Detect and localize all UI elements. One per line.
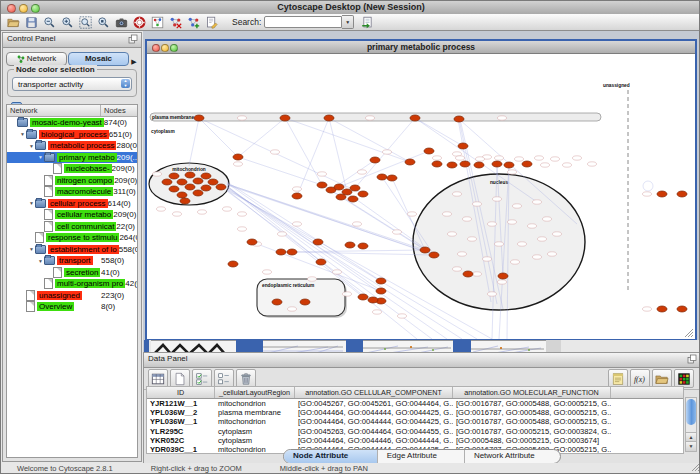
graph-node[interactable] bbox=[316, 259, 326, 265]
network-view-window[interactable]: primary metabolic process plasma membran… bbox=[145, 39, 697, 340]
table-column-header[interactable]: _cellularLayoutRegion bbox=[215, 387, 295, 398]
graph-node[interactable] bbox=[376, 278, 386, 284]
tree-row-secretion[interactable]: secretion41(0) bbox=[7, 267, 137, 279]
graph-edge[interactable] bbox=[227, 182, 381, 281]
tab-network-attribute-browser[interactable]: Network Attribute Browser bbox=[465, 450, 560, 463]
graph-node[interactable] bbox=[287, 249, 297, 255]
graph-node[interactable] bbox=[522, 161, 532, 167]
graph-node[interactable] bbox=[454, 116, 464, 122]
graph-edge[interactable] bbox=[415, 118, 463, 146]
search-dropdown-icon[interactable]: ▼ bbox=[342, 15, 354, 29]
graph-node[interactable] bbox=[377, 174, 387, 180]
tree-expander-icon[interactable]: ▼ bbox=[28, 246, 35, 252]
table-row[interactable]: YJR121W__1mitochondrion[GO:0045267, GO:0… bbox=[147, 399, 683, 408]
table-row[interactable]: YKR052Ccytoplasm[GO:0044464, GO:0044446,… bbox=[147, 436, 683, 445]
minimize-window-icon[interactable] bbox=[19, 4, 28, 13]
scroll-down-icon[interactable]: ▼ bbox=[686, 441, 696, 451]
zoom-view-icon[interactable] bbox=[170, 44, 178, 52]
plasma-membrane-region[interactable] bbox=[150, 113, 601, 121]
zoom-out-icon[interactable] bbox=[42, 15, 57, 30]
table-scrollbar[interactable]: ▲ ▼ bbox=[685, 397, 697, 452]
tree-row-overview[interactable]: Overview8(0) bbox=[7, 301, 137, 313]
scrollbar-thumb[interactable] bbox=[686, 399, 696, 425]
graph-node[interactable] bbox=[376, 288, 386, 294]
graph-node[interactable] bbox=[348, 196, 358, 202]
destroy-view-icon[interactable] bbox=[168, 15, 183, 30]
annotation-icon[interactable] bbox=[204, 15, 219, 30]
graph-node[interactable] bbox=[458, 143, 468, 149]
zoom-window-icon[interactable] bbox=[31, 4, 40, 13]
graph-edge[interactable] bbox=[339, 151, 429, 187]
search-input[interactable] bbox=[264, 16, 342, 28]
tree-row-macromolecule[interactable]: macromolecule311(0) bbox=[7, 186, 137, 198]
graph-edge[interactable] bbox=[292, 252, 434, 255]
graph-node[interactable] bbox=[193, 178, 203, 184]
graph-self-loop-edge[interactable] bbox=[643, 181, 653, 191]
graph-node[interactable] bbox=[185, 184, 195, 190]
graph-edge[interactable] bbox=[199, 118, 238, 157]
graph-node[interactable] bbox=[317, 182, 327, 188]
graph-node[interactable] bbox=[657, 306, 667, 312]
graph-node[interactable] bbox=[504, 162, 514, 168]
graph-node[interactable] bbox=[292, 193, 302, 199]
tree-row-cellular-process[interactable]: ▼cellular process614(0) bbox=[7, 198, 137, 210]
graph-node[interactable] bbox=[201, 185, 211, 191]
close-view-icon[interactable] bbox=[152, 44, 160, 52]
graph-node[interactable] bbox=[177, 192, 187, 198]
window-resize-grip-icon[interactable] bbox=[684, 328, 694, 338]
graph-node[interactable] bbox=[345, 242, 355, 248]
tree-row-nucleobase[interactable]: nucleobase-209(0) bbox=[7, 163, 137, 175]
graph-edge[interactable] bbox=[189, 118, 199, 166]
graph-node[interactable] bbox=[358, 191, 368, 197]
tab-edge-attribute-browser[interactable]: Edge Attribute Browser bbox=[378, 450, 465, 463]
tree-row-primary-metabo[interactable]: ▼primary metabo209(... bbox=[7, 152, 137, 164]
graph-node[interactable] bbox=[162, 179, 172, 185]
table-column-header[interactable]: ID bbox=[147, 387, 215, 398]
tree-row-cell-communicat[interactable]: cell communicat22(0) bbox=[7, 221, 137, 233]
table-column-header[interactable]: annotation.GO MOLECULAR_FUNCTION bbox=[453, 387, 611, 398]
graph-node[interactable] bbox=[677, 306, 687, 312]
tree-row-transport[interactable]: ▼transport558(0) bbox=[7, 255, 137, 267]
tree-row-nitrogen-compo[interactable]: nitrogen compo209(0) bbox=[7, 175, 137, 187]
graph-node[interactable] bbox=[410, 115, 420, 121]
open-file-icon[interactable] bbox=[6, 15, 21, 30]
tree-expander-icon[interactable]: ▼ bbox=[28, 143, 35, 149]
graph-edge[interactable] bbox=[285, 118, 410, 162]
graph-node[interactable] bbox=[368, 297, 378, 303]
graph-node[interactable] bbox=[370, 157, 380, 163]
graph-node[interactable] bbox=[194, 115, 204, 121]
graph-node[interactable] bbox=[336, 194, 346, 200]
tree-column-nodes[interactable]: Nodes bbox=[101, 105, 137, 116]
graph-node[interactable] bbox=[201, 173, 211, 179]
tree-expander-icon[interactable]: ▼ bbox=[37, 258, 44, 264]
graph-node[interactable] bbox=[358, 243, 368, 249]
graph-node[interactable] bbox=[492, 161, 502, 167]
graph-node[interactable] bbox=[177, 179, 187, 185]
graph-node[interactable] bbox=[432, 161, 442, 167]
graph-edge[interactable] bbox=[281, 250, 425, 252]
save-icon[interactable] bbox=[24, 15, 39, 30]
graph-node[interactable] bbox=[233, 154, 243, 160]
tree-row-mosaic-demo-yeast[interactable]: mosaic-demo-yeast874(0) bbox=[7, 117, 137, 129]
table-column-header[interactable] bbox=[611, 387, 683, 398]
graph-node[interactable] bbox=[463, 271, 473, 277]
network-window-title-bar[interactable]: primary metabolic process bbox=[147, 41, 695, 54]
table-row[interactable]: YPL036W__2plasma membrane[GO:0044464, GO… bbox=[147, 408, 683, 417]
graph-node[interactable] bbox=[429, 252, 439, 258]
tree-row-cellular-metabo[interactable]: cellular metabo209(0) bbox=[7, 209, 137, 221]
app-resize-grip-icon[interactable] bbox=[691, 463, 700, 472]
tab-mosaic[interactable]: Mosaic bbox=[68, 52, 129, 66]
graph-node[interactable] bbox=[358, 294, 368, 300]
graph-node[interactable] bbox=[208, 179, 218, 185]
tree-expander-icon[interactable]: ▼ bbox=[19, 131, 26, 137]
tree-row-metabolic-process[interactable]: ▼metabolic process280(0) bbox=[7, 140, 137, 152]
import-attributes-icon[interactable] bbox=[360, 15, 375, 30]
graph-node[interactable] bbox=[447, 162, 457, 168]
tree-row-multi-organism-pro[interactable]: multi-organism pro42(0) bbox=[7, 278, 137, 290]
graph-node[interactable] bbox=[169, 186, 179, 192]
graph-node[interactable] bbox=[424, 148, 434, 154]
node-color-attribute-select[interactable]: transporter activity ▲▼ bbox=[12, 77, 132, 91]
graph-node[interactable] bbox=[324, 115, 334, 121]
more-tabs-icon[interactable]: ▶ bbox=[130, 58, 138, 66]
tree-expander-icon[interactable]: ▼ bbox=[28, 200, 35, 206]
